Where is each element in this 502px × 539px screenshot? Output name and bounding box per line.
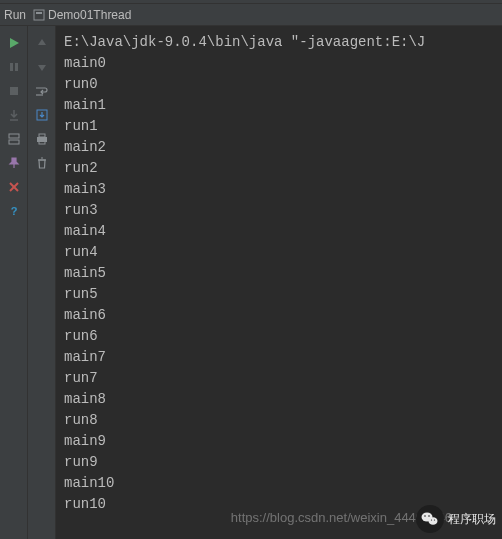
wechat-label: 程序职场 <box>448 511 496 528</box>
svg-point-23 <box>431 519 432 520</box>
down-button[interactable] <box>31 56 53 78</box>
svg-text:?: ? <box>10 205 17 217</box>
clear-button[interactable] <box>31 152 53 174</box>
close-button[interactable] <box>3 176 25 198</box>
run-label: Run <box>4 8 26 22</box>
svg-rect-3 <box>10 63 13 71</box>
svg-rect-16 <box>39 141 45 144</box>
run-tool-header: Run Demo01Thread <box>0 4 502 26</box>
svg-rect-5 <box>10 87 18 95</box>
dump-button[interactable] <box>3 104 25 126</box>
pin-button[interactable] <box>3 152 25 174</box>
svg-rect-7 <box>9 134 19 138</box>
svg-point-22 <box>428 515 430 517</box>
svg-rect-8 <box>9 140 19 144</box>
help-button[interactable]: ? <box>3 200 25 222</box>
svg-rect-4 <box>15 63 18 71</box>
svg-point-24 <box>434 519 435 520</box>
stop-button[interactable] <box>3 80 25 102</box>
wechat-icon <box>416 505 444 533</box>
svg-rect-1 <box>36 12 42 14</box>
left-toolbar: ? <box>0 26 28 539</box>
print-button[interactable] <box>31 128 53 150</box>
svg-point-21 <box>424 515 426 517</box>
svg-rect-14 <box>39 134 45 137</box>
run-tool-window: ? E:\Java\jdk-9.0.4\bin\java "-javaagent… <box>0 26 502 539</box>
svg-marker-2 <box>10 38 19 48</box>
console-toolbar <box>28 26 56 539</box>
output-lines: main0 run0 main1 run1 main2 run2 main3 r… <box>64 55 114 512</box>
run-config-icon <box>32 8 46 22</box>
scroll-to-end-button[interactable] <box>31 104 53 126</box>
wechat-badge: 程序职场 <box>416 505 496 533</box>
run-button[interactable] <box>3 32 25 54</box>
svg-rect-0 <box>34 10 44 20</box>
console-output[interactable]: E:\Java\jdk-9.0.4\bin\java "-javaagent:E… <box>56 26 502 539</box>
run-config-name: Demo01Thread <box>48 8 131 22</box>
pause-button[interactable] <box>3 56 25 78</box>
svg-point-20 <box>429 517 438 525</box>
layout-button[interactable] <box>3 128 25 150</box>
soft-wrap-button[interactable] <box>31 80 53 102</box>
command-line: E:\Java\jdk-9.0.4\bin\java "-javaagent:E… <box>64 34 425 50</box>
up-button[interactable] <box>31 32 53 54</box>
